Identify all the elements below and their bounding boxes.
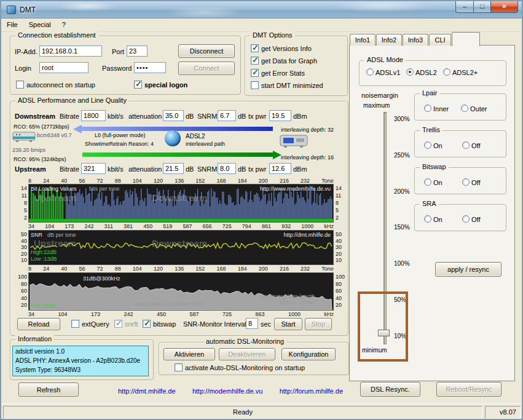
axis-tick: 184: [238, 266, 247, 272]
dsl-resync-button[interactable]: DSL Resync.: [360, 382, 420, 397]
footer-link[interactable]: http://forum.mhilfe.de: [280, 387, 343, 395]
axis-tick: 152: [195, 178, 205, 184]
adsl2plus-label: ADSL2+: [452, 69, 478, 76]
axis-tick: 381: [124, 223, 133, 229]
menu-item[interactable]: Special: [23, 19, 57, 30]
bitloading-subtitle: bits per tone: [89, 186, 120, 192]
us-txpwr-field[interactable]: [269, 163, 291, 174]
auto-monitoring-checkbox[interactable]: [175, 363, 183, 371]
bitswap-on-radio[interactable]: [424, 178, 431, 186]
loop-length-value: 1824m - 474m: [279, 299, 315, 306]
snrft-label: snrft: [125, 320, 138, 328]
get-error-checkbox[interactable]: [251, 69, 259, 77]
sra-title: SRA: [420, 200, 439, 207]
attenuation-label: attenuation (DS) dB per tone: [133, 301, 204, 307]
get-data-checkbox[interactable]: [251, 57, 259, 65]
password-input[interactable]: [134, 62, 166, 73]
tab-info3[interactable]: Info3: [403, 34, 428, 46]
attenuation-annotation: 31dB@300kHz: [83, 275, 120, 282]
login-input[interactable]: [39, 62, 88, 73]
deaktivieren-button[interactable]: Deaktivieren: [219, 348, 275, 360]
start-minimized-checkbox[interactable]: [251, 81, 259, 89]
trellis-on-radio[interactable]: [424, 141, 431, 149]
konfiguration-button[interactable]: Konfiguration: [281, 348, 336, 360]
reboot-resync-button[interactable]: Reboot/Resync: [436, 382, 501, 397]
special-logon-checkbox[interactable]: [134, 81, 142, 89]
bitloading-upstream-watermark: Upstream: [34, 192, 76, 203]
ds-atten-field[interactable]: [163, 110, 184, 121]
connect-button[interactable]: Connect: [178, 61, 235, 75]
footer-links: http://dmt.mhilfe.dehttp://modemhilfe.de…: [118, 387, 343, 395]
ds-txpwr-field[interactable]: [269, 110, 291, 121]
menu-item[interactable]: File: [1, 19, 23, 30]
get-versions-checkbox[interactable]: [251, 44, 259, 52]
minimize-button[interactable]: –: [455, 1, 474, 13]
tab-info1[interactable]: Info1: [350, 34, 376, 46]
extquery-checkbox[interactable]: [71, 320, 79, 328]
axis-tick: 120: [154, 266, 163, 272]
start-button[interactable]: Start: [274, 318, 302, 330]
login-label: Login: [15, 65, 31, 72]
interleaved-path-text: interleaved path: [186, 140, 225, 148]
axis-tick: 34: [28, 311, 34, 317]
axis-tick: kHz: [324, 223, 334, 229]
sra-off-radio[interactable]: [462, 215, 470, 223]
tab-cli[interactable]: CLI: [429, 34, 451, 46]
noisemargin-slider-thumb[interactable]: [378, 330, 390, 336]
ds-snrm-field[interactable]: [218, 110, 236, 121]
adsl2plus-radio[interactable]: [443, 68, 450, 76]
ds-bitrate-field[interactable]: [81, 110, 106, 121]
stop-button[interactable]: Stop: [305, 318, 332, 330]
footer-link[interactable]: http://dmt.mhilfe.de: [118, 387, 176, 395]
snr-interval-input[interactable]: [246, 318, 258, 329]
noisemargin-slider-track[interactable]: [383, 112, 387, 344]
us-atten-field[interactable]: [163, 163, 184, 174]
apply-resync-button[interactable]: apply / resync: [435, 262, 501, 277]
adslv1-radio[interactable]: [366, 68, 374, 76]
snr-graph: SNR dB per tone http://dmt.mhilfe.de Ups…: [28, 230, 334, 265]
adsl2-radio[interactable]: [406, 68, 414, 76]
dsl-monitoring-title: automatic DSL-Monitoring: [203, 338, 286, 345]
axis-tick: 24: [43, 178, 49, 184]
us-bitrate-unit: kbit/s: [108, 165, 124, 173]
axis-tick: 40: [16, 238, 27, 244]
axis-tick: 152: [195, 266, 205, 272]
window-title: DMT: [20, 6, 36, 14]
us-bitrate-field[interactable]: [81, 163, 106, 174]
refresh-button[interactable]: Refresh: [18, 382, 79, 397]
maximize-button[interactable]: □: [474, 1, 491, 13]
ip-address-input[interactable]: [39, 46, 102, 57]
trellis-off-radio[interactable]: [462, 141, 470, 149]
axis-tick: 60: [336, 288, 348, 294]
autoconnect-checkbox[interactable]: [16, 81, 24, 89]
bitswap-off-radio[interactable]: [462, 178, 470, 186]
disconnect-button[interactable]: Disconnect: [178, 44, 235, 58]
bitswap-checkbox[interactable]: [143, 320, 151, 328]
tab-info2[interactable]: Info2: [376, 34, 402, 46]
reload-button[interactable]: Reload: [17, 318, 60, 330]
us-snrm-field[interactable]: [218, 163, 236, 174]
bmips-label: 239.20 bmips: [12, 146, 45, 154]
footer-link[interactable]: http://modemhilfe.de.vu: [192, 387, 262, 395]
axis-tick: 932: [281, 223, 291, 229]
ds-atten-unit: dB: [186, 113, 194, 120]
axis-tick: 104: [45, 223, 54, 229]
axis-tick: 311: [104, 223, 113, 229]
menu-item[interactable]: ?: [57, 19, 71, 30]
bitswap-on-label: On: [433, 179, 442, 186]
axis-tick: 450: [157, 311, 166, 317]
port-input[interactable]: [127, 46, 147, 57]
tab-control-active[interactable]: [452, 32, 480, 46]
axis-tick: 450: [143, 223, 152, 229]
lpair-inner-radio[interactable]: [424, 105, 431, 112]
snr-low-label: Low :13dB: [31, 256, 57, 262]
sra-on-label: On: [433, 216, 442, 223]
lpair-outer-radio[interactable]: [461, 105, 468, 112]
aktivieren-button[interactable]: Aktivieren: [163, 348, 215, 360]
sra-on-radio[interactable]: [424, 215, 431, 223]
close-button[interactable]: ×: [491, 1, 518, 13]
axis-tick: 2: [336, 215, 347, 221]
snrft-checkbox[interactable]: [114, 320, 122, 328]
power-mode-label: L0 (full-power mode): [95, 132, 146, 139]
snr-interval-unit: sec: [261, 320, 271, 328]
